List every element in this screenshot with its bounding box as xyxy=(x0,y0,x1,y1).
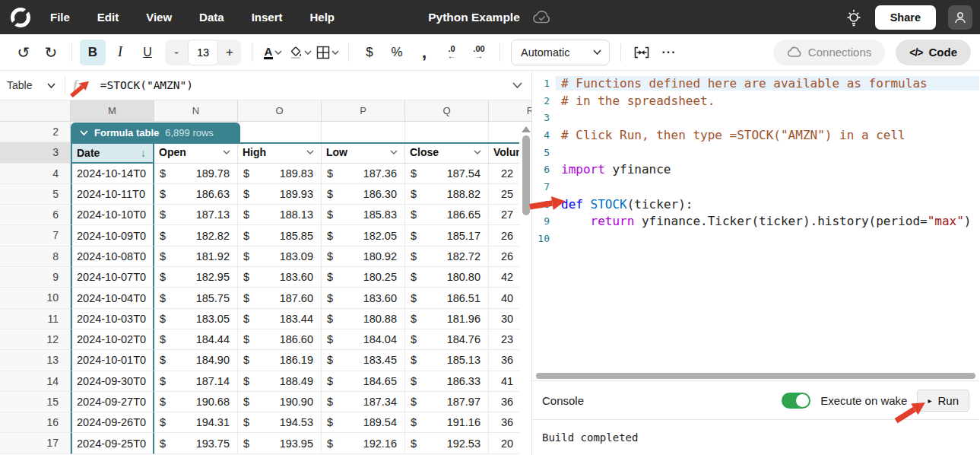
cell-value[interactable]: $185.13 xyxy=(405,350,489,371)
cell-value[interactable]: $182.72 xyxy=(405,247,489,267)
cell-value[interactable]: $189.93 xyxy=(238,184,322,205)
menu-view[interactable]: View xyxy=(146,11,172,24)
cell-value[interactable]: $185.85 xyxy=(238,225,322,246)
empty-cell[interactable] xyxy=(322,122,405,142)
cell-value[interactable]: $188.82 xyxy=(405,184,489,205)
cell-value[interactable]: $194.53 xyxy=(238,412,322,433)
horizontal-scrollbar-thumb[interactable] xyxy=(536,373,975,379)
code-line-6[interactable]: 6import yfinance xyxy=(532,161,979,178)
decrease-decimals-button[interactable]: .0← xyxy=(439,40,465,65)
cell-value[interactable]: $182.95 xyxy=(154,267,238,288)
cell-value[interactable]: $186.60 xyxy=(238,329,322,350)
table-column-header-close[interactable]: Close xyxy=(405,142,489,163)
cell-value[interactable]: $186.65 xyxy=(405,205,489,225)
row-header-17[interactable]: 17 xyxy=(0,433,71,453)
code-line-2[interactable]: 2# in the spreadsheet. xyxy=(532,92,979,110)
row-header-9[interactable]: 9 xyxy=(0,267,71,288)
avatar[interactable] xyxy=(948,5,972,30)
app-logo-icon[interactable] xyxy=(11,8,30,27)
code-line-3[interactable]: 3 xyxy=(532,109,979,126)
cell-value[interactable]: $181.92 xyxy=(154,247,238,267)
column-header-P[interactable]: P xyxy=(322,100,405,121)
cell-date[interactable]: 2024-10-10T0 xyxy=(71,205,154,225)
underline-button[interactable]: U xyxy=(135,40,160,65)
empty-cell[interactable] xyxy=(240,122,322,142)
empty-cell[interactable] xyxy=(405,122,489,142)
code-line-10[interactable]: 10 xyxy=(532,230,979,247)
cell-date[interactable]: 2024-09-25T0 xyxy=(71,433,154,453)
table-column-header-date[interactable]: Date↓ xyxy=(71,142,154,163)
row-header-14[interactable]: 14 xyxy=(0,371,71,392)
cell-value[interactable]: $180.25 xyxy=(322,267,405,288)
undo-button[interactable]: ↺ xyxy=(11,40,36,65)
cell-value[interactable]: $188.49 xyxy=(238,371,322,392)
comma-format-button[interactable]: , xyxy=(411,40,437,65)
cell-value[interactable]: $189.83 xyxy=(238,164,322,184)
italic-button[interactable]: I xyxy=(107,40,133,65)
more-options-button[interactable]: ··· xyxy=(656,40,682,65)
cell-date[interactable]: 2024-09-26T0 xyxy=(71,412,154,433)
row-header-13[interactable]: 13 xyxy=(0,350,71,371)
font-size-decrease-button[interactable]: - xyxy=(165,40,188,65)
code-line-5[interactable]: 5 xyxy=(532,144,979,161)
cell-value[interactable]: $187.54 xyxy=(405,164,489,184)
row-header-11[interactable]: 11 xyxy=(0,309,71,329)
theme-lightbulb-icon[interactable] xyxy=(845,8,863,27)
cell-value[interactable]: $191.16 xyxy=(405,412,489,433)
number-format-select[interactable]: Automatic xyxy=(511,40,610,65)
cell-value[interactable]: $185.75 xyxy=(154,288,238,308)
table-column-header-high[interactable]: High xyxy=(238,142,322,163)
vertical-scrollbar[interactable] xyxy=(519,122,531,455)
row-header-10[interactable]: 10 xyxy=(0,288,71,308)
row-header-3[interactable]: 3 xyxy=(0,142,71,163)
cell-value[interactable]: $187.36 xyxy=(322,164,405,184)
font-size-value[interactable]: 13 xyxy=(188,40,218,65)
code-line-1[interactable]: 1# Functions defined here are available … xyxy=(532,75,979,92)
cell-value[interactable]: $187.60 xyxy=(238,288,322,308)
bold-button[interactable]: B xyxy=(80,40,106,65)
arrows-inward-button[interactable] xyxy=(629,40,655,65)
table-name-pill[interactable]: Formula table6,899 rows xyxy=(71,123,240,142)
horizontal-scrollbar[interactable] xyxy=(532,371,979,380)
cell-value[interactable]: $183.44 xyxy=(238,309,322,329)
cell-date[interactable]: 2024-10-07T0 xyxy=(71,267,154,288)
cell-value[interactable]: $180.88 xyxy=(322,309,405,329)
cell-value[interactable]: $184.65 xyxy=(322,371,405,392)
cell-value[interactable]: $184.76 xyxy=(405,329,489,350)
cell-value[interactable]: $184.90 xyxy=(154,350,238,371)
column-header-O[interactable]: O xyxy=(238,100,322,121)
currency-format-button[interactable]: $ xyxy=(357,40,382,65)
table-column-header-low[interactable]: Low xyxy=(322,142,405,163)
cell-value[interactable]: $182.05 xyxy=(322,225,405,246)
row-header-8[interactable]: 8 xyxy=(0,247,71,267)
cell-value[interactable]: $188.13 xyxy=(238,205,322,225)
cell-value[interactable]: $193.95 xyxy=(238,433,322,453)
cell-value[interactable]: $187.97 xyxy=(405,392,489,412)
cell-value[interactable]: $187.13 xyxy=(154,205,238,225)
column-header-M[interactable]: M xyxy=(71,100,154,121)
row-header-7[interactable]: 7 xyxy=(0,225,71,246)
code-line-7[interactable]: 7 xyxy=(532,178,979,196)
cell-value[interactable]: $183.45 xyxy=(322,350,405,371)
row-header-16[interactable]: 16 xyxy=(0,412,71,433)
cell-value[interactable]: $180.80 xyxy=(405,267,489,288)
cell-value[interactable]: $189.78 xyxy=(154,164,238,184)
cell-value[interactable]: $193.75 xyxy=(154,433,238,453)
cell-date[interactable]: 2024-09-30T0 xyxy=(71,371,154,392)
cell-date[interactable]: 2024-10-03T0 xyxy=(71,309,154,329)
row-header-15[interactable]: 15 xyxy=(0,392,71,412)
borders-button[interactable] xyxy=(315,40,341,65)
cell-date[interactable]: 2024-10-08T0 xyxy=(71,247,154,267)
row-header-6[interactable]: 6 xyxy=(0,205,71,225)
run-button[interactable]: ▸ Run xyxy=(917,390,969,412)
share-button[interactable]: Share xyxy=(875,5,936,30)
cell-value[interactable]: $192.16 xyxy=(322,433,405,453)
cell-date[interactable]: 2024-10-02T0 xyxy=(71,329,154,350)
cell-value[interactable]: $180.92 xyxy=(322,247,405,267)
row-header-5[interactable]: 5 xyxy=(0,184,71,205)
code-editor[interactable]: 1# Functions defined here are available … xyxy=(532,71,979,371)
percent-format-button[interactable]: % xyxy=(384,40,410,65)
row-header-2[interactable]: 2 xyxy=(0,122,71,142)
column-header-R[interactable]: R xyxy=(489,100,531,121)
code-button[interactable]: </> Code xyxy=(896,40,971,65)
